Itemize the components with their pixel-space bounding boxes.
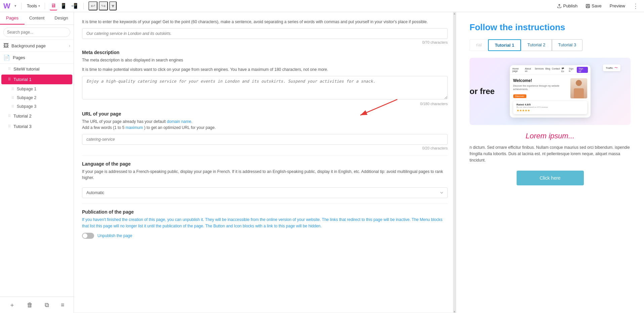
rating-stars: ★★★★★ — [517, 109, 584, 112]
signin-link[interactable]: Sign in — [569, 68, 575, 72]
sidebar-item-subpage-1[interactable]: ⠿ Subpage 1 — [0, 85, 74, 93]
background-icon: 🖼 — [3, 43, 9, 49]
click-here-button[interactable]: Click here — [517, 171, 584, 185]
drag-icon: ⠿ — [8, 67, 11, 71]
sidebar-item-subpage-3[interactable]: ⠿ Subpage 3 — [0, 102, 74, 111]
scroll-down-arrow[interactable]: ▼ — [453, 310, 456, 313]
page-item-label-active: Tutorial 1 — [13, 77, 32, 82]
nav-items: Home page About us Services Blog Contact — [513, 68, 560, 72]
meta-desc-textarea[interactable] — [82, 76, 448, 99]
device-switcher: 🖥 📱 📲 — [50, 2, 79, 10]
language-select[interactable]: Automatic — [82, 187, 448, 198]
more-options-button[interactable]: ⋮ — [631, 2, 641, 10]
traffic-chart-icon: 〜 — [614, 65, 618, 70]
redo-button[interactable]: ↪ — [99, 1, 108, 10]
sidebar-item-tutorial-3[interactable]: ⠿ Tutorial 3 — [1, 122, 72, 131]
subpage-label-2: Subpage 2 — [17, 95, 36, 100]
tools-menu[interactable]: Tools ▾ — [27, 3, 40, 8]
tab-content[interactable]: Content — [25, 12, 49, 25]
domain-name-link[interactable]: domain name — [167, 119, 191, 124]
preview-nav: Home page About us Services Blog Contact… — [510, 65, 591, 75]
meta-keywords-count: 0/70 characters — [82, 40, 448, 44]
nav-right: 🏴 En Sign in Sign up — [561, 67, 588, 73]
sidebar-item-subpage-2[interactable]: ⠿ Subpage 2 — [0, 93, 74, 102]
page-item-label: SiteW tutorial — [13, 66, 39, 72]
brand-dropdown-arrow[interactable]: ▾ — [14, 4, 16, 8]
signup-button[interactable]: Sign up — [577, 67, 588, 73]
publish-button[interactable]: Publish — [554, 2, 580, 10]
scroll-area[interactable]: It is time to enter the keywords of your… — [74, 12, 456, 313]
rp-tab-tutorial3[interactable]: Tutorial 3 — [552, 39, 583, 51]
person-head — [576, 80, 582, 86]
lang-desc: If your page is addressed to a French-sp… — [82, 169, 448, 181]
settings-page-button[interactable]: ≡ — [59, 300, 66, 310]
person-body — [574, 88, 584, 98]
background-label: Background page — [11, 43, 46, 48]
tablet-icon[interactable]: 📱 — [59, 2, 68, 10]
background-arrow: › — [69, 44, 70, 48]
url-section: URL of your page The — [82, 111, 448, 150]
rp-tab-prev[interactable]: rial — [470, 39, 488, 51]
sidebar-item-sitew-tutorial[interactable]: ⠿ SiteW tutorial — [1, 64, 72, 74]
publication-title: Publication of the page — [82, 209, 448, 215]
history-controls: ↩ ↪ ▾ — [88, 1, 117, 10]
save-button[interactable]: Save — [583, 2, 604, 10]
url-count: 0/20 characters — [82, 146, 448, 150]
preview-button[interactable]: Preview — [607, 2, 628, 10]
preview-card: Home page About us Services Blog Contact… — [510, 65, 591, 118]
unpublish-toggle[interactable] — [82, 233, 94, 239]
sidebar-background-section[interactable]: 🖼 Background page › — [0, 40, 74, 52]
mobile-icon[interactable]: 📲 — [70, 2, 79, 10]
tools-arrow[interactable]: ▾ — [38, 4, 40, 8]
preview-hero-sub: Discover the experience through my websi… — [513, 84, 568, 91]
delete-page-button[interactable]: 🗑 — [26, 300, 34, 310]
url-input[interactable] — [82, 134, 448, 145]
unpublish-label[interactable]: Unpublish the page — [97, 233, 132, 238]
nav-about: About us — [525, 68, 533, 72]
history-more-button[interactable]: ▾ — [109, 1, 117, 10]
rp-title: Follow the instructions — [470, 22, 631, 33]
tab-pages[interactable]: Pages — [0, 12, 25, 25]
sidebar-tabs: Pages Content Design — [0, 12, 74, 25]
desktop-icon[interactable]: 🖥 — [50, 2, 57, 10]
traffic-badge: Traffic 〜 — [603, 64, 620, 71]
duplicate-page-button[interactable]: ⧉ — [43, 300, 50, 310]
tools-label[interactable]: Tools — [27, 3, 37, 8]
add-page-button[interactable]: ＋ — [8, 300, 16, 310]
search-input[interactable] — [3, 28, 70, 37]
right-panel-content: Follow the instructions rial Tutorial 1 … — [456, 12, 644, 313]
divider-pub — [82, 204, 448, 204]
url-desc: The URL of your page already has your de… — [82, 119, 448, 131]
meta-keywords-input[interactable] — [82, 28, 448, 39]
sidebar-item-tutorial-2[interactable]: ⠿ Tutorial 2 — [1, 111, 72, 121]
center-panel: It is time to enter the keywords of your… — [74, 12, 456, 313]
nav-contact: Contact — [552, 68, 560, 72]
sidebar-item-tutorial-1[interactable]: ⠿ Tutorial 1 — [1, 75, 72, 84]
lorem-text: n dictum. Sed ornare efficitur finibus. … — [470, 144, 631, 164]
maximum-link[interactable]: maximum — [125, 125, 143, 130]
preview-card-body: Welcome! Discover the experience through… — [510, 75, 591, 118]
meta-desc-info-1: The meta description is also displayed i… — [82, 57, 448, 63]
preview-area: Traffic 〜 or free Home page About us Ser… — [470, 58, 631, 125]
url-title: URL of your page — [82, 111, 448, 117]
rp-tab-tutorial1[interactable]: Tutorial 1 — [488, 39, 521, 51]
drag-icon-sub3: ⠿ — [11, 104, 14, 109]
preview-hero: Welcome! Discover the experience through… — [513, 78, 587, 98]
rp-tab-tutorial2[interactable]: Tutorial 2 — [521, 39, 552, 51]
subpage-label-1: Subpage 1 — [17, 87, 36, 91]
meta-desc-count: 0/180 characters — [82, 102, 448, 106]
rp-tabs: rial Tutorial 1 Tutorial 2 Tutorial 3 — [470, 39, 631, 51]
rating-title: Rated 4.8/5 — [517, 103, 584, 106]
logo[interactable]: W — [3, 2, 10, 10]
tab-design[interactable]: Design — [49, 12, 74, 25]
undo-button[interactable]: ↩ — [88, 1, 97, 10]
divider-3 — [83, 3, 84, 9]
drag-icon-active: ⠿ — [8, 77, 11, 82]
pages-label: Pages — [13, 55, 25, 60]
discover-button[interactable]: Discover — [513, 94, 526, 98]
scroll-up-arrow[interactable]: ▲ — [453, 12, 456, 15]
main-layout: Pages Content Design 🖼 Background page ›… — [0, 12, 644, 313]
pages-header: 📄 Pages — [0, 52, 74, 64]
unpublish-toggle-row: Unpublish the page — [82, 233, 448, 239]
drag-icon-t2: ⠿ — [8, 114, 11, 118]
